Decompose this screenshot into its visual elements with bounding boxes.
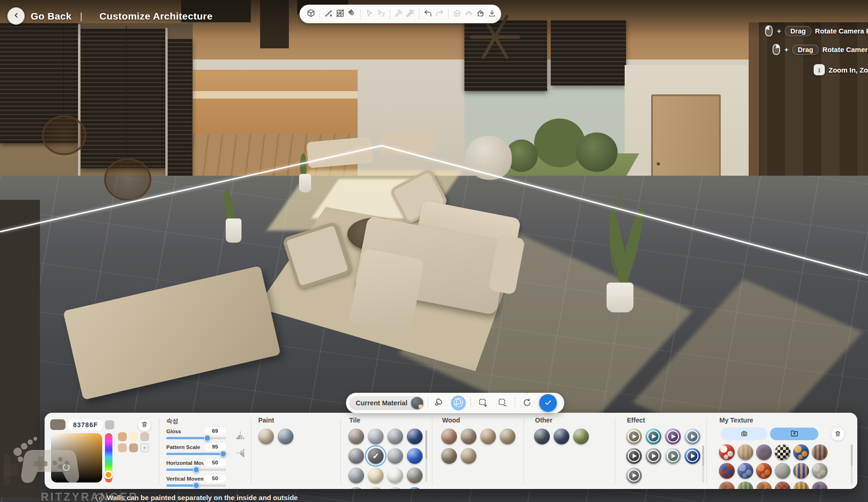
effect-swatch[interactable] (646, 448, 661, 464)
effect-scrollbar[interactable] (702, 445, 704, 482)
house-reset-button[interactable] (476, 7, 485, 21)
tile-swatch[interactable] (387, 448, 403, 464)
tile-swatch[interactable] (407, 448, 423, 464)
go-back-label[interactable]: Go Back (31, 11, 72, 22)
tile-swatch[interactable] (348, 487, 364, 489)
slider-knob[interactable] (193, 482, 200, 489)
delete-texture-button[interactable] (831, 428, 844, 441)
effect-swatch[interactable] (646, 429, 661, 444)
tile-swatch[interactable] (368, 468, 384, 483)
my-texture-swatch[interactable] (812, 463, 828, 479)
flip-vertical-button[interactable] (234, 447, 247, 460)
hammer-button[interactable] (394, 7, 404, 21)
current-color-swatch[interactable] (50, 419, 65, 430)
saved-color-swatch[interactable] (129, 432, 138, 441)
tile-swatch[interactable] (407, 429, 423, 444)
my-texture-swatch[interactable] (812, 482, 828, 489)
pattern-grid-button[interactable] (335, 7, 345, 21)
tile-swatch[interactable] (407, 487, 423, 489)
my-texture-swatch[interactable] (737, 463, 753, 479)
other-swatch[interactable] (573, 429, 589, 444)
wood-swatch[interactable] (480, 429, 496, 444)
tile-swatch[interactable] (387, 487, 403, 489)
flip-horizontal-button[interactable] (234, 429, 247, 442)
effect-swatch[interactable] (665, 448, 681, 464)
save-button[interactable] (487, 7, 497, 21)
wood-swatch[interactable] (500, 429, 516, 444)
paint-swatch[interactable] (278, 429, 294, 444)
cube-button[interactable] (306, 7, 316, 21)
cursor-button[interactable] (365, 7, 374, 21)
slider-track[interactable] (166, 469, 226, 471)
tile-swatch[interactable] (407, 468, 423, 483)
paint-select-button[interactable] (451, 396, 466, 410)
hex-color-input[interactable] (68, 419, 103, 430)
my-texture-swatch[interactable] (756, 444, 772, 460)
wood-swatch[interactable] (441, 429, 457, 444)
my-texture-swatch[interactable] (775, 482, 790, 489)
stairs-button[interactable] (324, 7, 333, 21)
wood-swatch[interactable] (441, 448, 457, 464)
my-texture-swatch[interactable] (756, 463, 772, 479)
hue-slider[interactable] (105, 433, 112, 482)
import-texture-button[interactable] (770, 428, 818, 440)
tile-swatch[interactable] (387, 429, 403, 444)
slider-track[interactable] (166, 437, 226, 439)
go-back-button[interactable] (7, 7, 25, 25)
redo-button[interactable] (435, 7, 444, 21)
magnet-button[interactable] (347, 7, 357, 21)
saved-color-swatch[interactable] (129, 443, 138, 452)
slider-track[interactable] (166, 453, 226, 455)
slider-knob[interactable] (204, 435, 211, 442)
house-refresh-button[interactable] (452, 7, 462, 21)
my-texture-swatch[interactable] (719, 482, 735, 489)
effect-swatch[interactable] (685, 429, 700, 444)
my-texture-swatch[interactable] (737, 444, 753, 460)
tile-swatch[interactable] (348, 468, 364, 483)
cursor-rotate-button[interactable] (376, 7, 386, 21)
tile-swatch[interactable] (368, 487, 384, 489)
add-color-button[interactable]: + (140, 443, 149, 452)
current-material-button[interactable]: Current Material (349, 396, 424, 410)
effect-swatch[interactable] (626, 468, 642, 483)
my-texture-swatch[interactable] (793, 444, 809, 460)
tile-swatch[interactable] (387, 468, 403, 483)
sv-cursor[interactable] (63, 464, 70, 471)
my-texture-swatch[interactable] (756, 482, 772, 489)
saved-color-swatch[interactable] (118, 443, 127, 452)
roof-button[interactable] (464, 7, 474, 21)
selection-subtract-button[interactable] (495, 396, 510, 410)
tile-swatch[interactable] (348, 448, 364, 464)
paint-swatch[interactable] (258, 429, 274, 444)
saturation-value-picker[interactable] (51, 433, 102, 482)
my-texture-swatch[interactable] (719, 463, 735, 479)
effect-swatch[interactable] (685, 448, 700, 464)
my-texture-swatch[interactable] (812, 444, 828, 460)
my-texture-scrollbar[interactable] (851, 444, 853, 484)
hammer-off-button[interactable] (405, 7, 415, 21)
slider-knob[interactable] (193, 466, 200, 473)
effect-swatch[interactable] (626, 429, 642, 444)
my-texture-swatch[interactable] (775, 444, 790, 460)
confirm-button[interactable] (539, 394, 557, 412)
ai-generate-texture-button[interactable] (721, 428, 767, 440)
wood-swatch[interactable] (461, 429, 476, 444)
slider-track[interactable] (166, 484, 226, 487)
tile-swatch[interactable] (368, 429, 384, 444)
effect-swatch[interactable] (665, 429, 681, 444)
my-texture-swatch[interactable] (775, 463, 790, 479)
my-texture-swatch[interactable] (793, 482, 809, 489)
my-texture-swatch[interactable] (737, 482, 753, 489)
hue-cursor[interactable] (104, 470, 113, 479)
my-texture-swatch[interactable] (719, 444, 735, 460)
secondary-color-swatch[interactable] (105, 420, 114, 429)
tile-swatch-selected[interactable]: ✓ (368, 448, 384, 464)
saved-color-swatch[interactable] (118, 432, 127, 441)
slider-knob[interactable] (220, 450, 227, 457)
tile-swatch[interactable] (348, 429, 364, 444)
selection-add-button[interactable] (476, 396, 490, 410)
delete-color-button[interactable] (138, 418, 151, 431)
tile-scrollbar[interactable] (425, 430, 427, 482)
saved-color-swatch[interactable] (140, 432, 149, 441)
undo-button[interactable] (423, 7, 433, 21)
